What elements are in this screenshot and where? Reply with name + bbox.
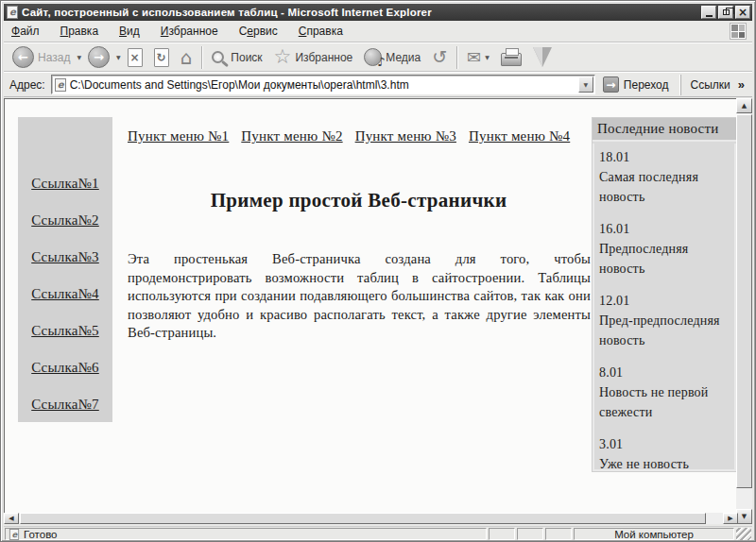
- menu-link-1[interactable]: Пункт меню №1: [128, 128, 229, 144]
- scroll-right-button[interactable]: ▶: [723, 513, 738, 524]
- security-zone-pane: Мой компьютер: [574, 528, 734, 540]
- menu-favorites[interactable]: Избранное: [161, 22, 229, 41]
- mail-dropdown-icon: ▼: [485, 54, 490, 60]
- menu-bar: Файл Правка Вид Избранное Сервис Справка: [4, 21, 752, 42]
- forward-dropdown-icon[interactable]: ▼: [116, 54, 121, 60]
- menu-link-3[interactable]: Пункт меню №3: [355, 128, 456, 144]
- left-links-sidebar: Ссылка№1 Ссылка№2 Ссылка№3 Ссылка№4 Ссыл…: [18, 117, 112, 422]
- side-link-1[interactable]: Ссылка№1: [31, 176, 99, 192]
- menu-link-4[interactable]: Пункт меню №4: [469, 128, 570, 144]
- horizontal-scroll-thumb[interactable]: [20, 513, 706, 524]
- mail-envelope-icon: ✉: [467, 49, 481, 66]
- horizontal-scrollbar[interactable]: ◀ ▶: [4, 513, 738, 524]
- restore-button[interactable]: [718, 6, 733, 19]
- mail-button[interactable]: ✉ ▼: [462, 44, 494, 71]
- restore-icon: [723, 9, 730, 15]
- side-link-4[interactable]: Ссылка№4: [31, 286, 99, 302]
- stop-button[interactable]: ×: [123, 44, 147, 71]
- scroll-left-button[interactable]: ◀: [4, 513, 19, 524]
- media-button[interactable]: ♪ Медиа: [359, 44, 425, 71]
- standard-buttons-toolbar: ← Назад ▼ → ▼ × ↻ ⌂ Поиск ☆ Избранное ♪ …: [4, 43, 752, 72]
- print-icon: [501, 53, 522, 66]
- news-list: 18.01 Самая последняя новость 16.01 Пред…: [593, 144, 736, 471]
- menu-tools[interactable]: Сервис: [239, 22, 288, 41]
- search-icon: [212, 51, 224, 63]
- scroll-up-button[interactable]: ▲: [736, 98, 752, 113]
- title-bar: Сайт, построенный с использованием табли…: [4, 4, 752, 21]
- page-icon: [55, 78, 66, 92]
- ie-page-icon: [7, 6, 18, 19]
- stop-icon: ×: [128, 48, 143, 67]
- favorites-star-icon: ☆: [274, 47, 292, 67]
- back-icon: ←: [12, 46, 34, 68]
- news-item: 16.01 Предпоследняя новость: [599, 219, 732, 279]
- news-header: Последние новости: [593, 118, 736, 142]
- favorites-button[interactable]: ☆ Избранное: [269, 44, 358, 71]
- go-arrow-icon: →: [603, 76, 619, 93]
- back-dropdown-icon[interactable]: ▼: [77, 54, 81, 60]
- page-title: Пример простой Веб-странички: [128, 189, 590, 212]
- forward-icon: →: [88, 46, 110, 68]
- window-title: Сайт, построенный с использованием табли…: [22, 7, 697, 18]
- status-pane: Готово: [5, 528, 487, 540]
- links-toolbar[interactable]: Ссылки »: [680, 75, 748, 95]
- messenger-dart-icon: [533, 47, 552, 67]
- side-link-5[interactable]: Ссылка№5: [31, 323, 99, 339]
- address-input[interactable]: C:\Documents and Settings\Егор\Мои докум…: [51, 75, 595, 94]
- top-menu-links: Пункт меню №1 Пункт меню №2 Пункт меню №…: [128, 128, 593, 144]
- refresh-button[interactable]: ↻: [149, 44, 174, 71]
- page-viewport: Ссылка№1 Ссылка№2 Ссылка№3 Ссылка№4 Ссыл…: [4, 98, 738, 513]
- side-link-3[interactable]: Ссылка№3: [31, 249, 99, 265]
- side-link-6[interactable]: Ссылка№6: [31, 360, 99, 376]
- news-column: Последние новости 18.01 Самая последняя …: [592, 117, 737, 472]
- menu-help[interactable]: Справка: [299, 22, 353, 41]
- news-item: 12.01 Пред-предпоследняя новость: [599, 291, 732, 350]
- links-chevron-icon[interactable]: »: [738, 77, 745, 92]
- status-text: Готово: [24, 529, 58, 540]
- address-value: C:\Documents and Settings\Егор\Мои докум…: [70, 78, 575, 92]
- minimize-icon: [706, 15, 713, 17]
- minimize-button[interactable]: [701, 6, 716, 19]
- menu-edit[interactable]: Правка: [60, 22, 110, 41]
- print-button[interactable]: [496, 44, 526, 71]
- close-button[interactable]: ×: [735, 6, 750, 19]
- side-link-7[interactable]: Ссылка№7: [31, 397, 99, 413]
- search-button[interactable]: Поиск: [207, 44, 266, 71]
- refresh-icon: ↻: [154, 48, 169, 67]
- address-label: Адрес:: [9, 78, 45, 92]
- vertical-scroll-thumb[interactable]: [736, 114, 752, 488]
- media-label: Медиа: [386, 51, 421, 64]
- address-bar: Адрес: C:\Documents and Settings\Егор\Мо…: [4, 73, 752, 97]
- messenger-button[interactable]: [528, 44, 557, 71]
- scroll-down-button[interactable]: ▼: [736, 509, 752, 524]
- menu-file[interactable]: Файл: [11, 22, 50, 41]
- media-globe-icon: ♪: [364, 48, 382, 66]
- status-pane-empty: [517, 528, 543, 540]
- toolbar-separator: [201, 46, 202, 69]
- zone-text: Мой компьютер: [614, 529, 694, 540]
- home-icon: ⌂: [180, 46, 193, 69]
- status-bar: Готово Мой компьютер: [4, 526, 752, 541]
- windows-logo-icon: [730, 23, 747, 40]
- status-page-icon: [9, 529, 19, 540]
- news-item: 8.01 Новость не первой свежести: [599, 363, 732, 422]
- browser-window: Сайт, построенный с использованием табли…: [0, 0, 756, 542]
- back-button[interactable]: ← Назад: [8, 44, 75, 71]
- music-note-icon: ♪: [377, 55, 385, 69]
- news-item: 3.01 Уже не новость: [599, 434, 732, 471]
- vertical-scrollbar[interactable]: ▲ ▼: [736, 98, 752, 524]
- history-button[interactable]: ↺: [427, 44, 452, 71]
- address-dropdown-button[interactable]: ▼: [578, 76, 593, 93]
- toolbar-separator: [456, 46, 457, 69]
- status-pane-empty: [489, 528, 515, 540]
- search-label: Поиск: [231, 51, 262, 64]
- menu-view[interactable]: Вид: [119, 22, 150, 41]
- status-pane-empty: [545, 528, 572, 540]
- menu-link-2[interactable]: Пункт меню №2: [241, 128, 342, 144]
- home-button[interactable]: ⌂: [176, 44, 198, 71]
- forward-button[interactable]: →: [83, 44, 114, 71]
- page-paragraph: Эта простенькая Веб-страничка создана дл…: [128, 250, 591, 343]
- side-link-2[interactable]: Ссылка№2: [31, 212, 99, 229]
- go-button[interactable]: → Переход: [601, 76, 675, 93]
- resize-grip[interactable]: [736, 528, 751, 540]
